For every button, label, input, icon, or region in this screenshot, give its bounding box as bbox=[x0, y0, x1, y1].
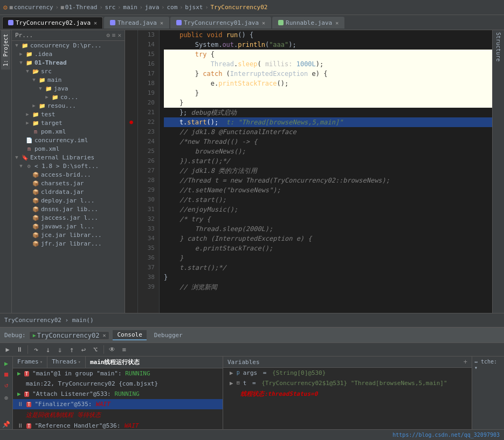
tree-item-external-libs[interactable]: ▼ 🔖 External Libraries bbox=[12, 153, 125, 162]
stop-button[interactable]: ■ bbox=[2, 369, 11, 379]
tab-label: Thread.java bbox=[118, 19, 157, 26]
code-lines[interactable]: public void run() { System.out.println("… bbox=[160, 30, 492, 313]
breadcrumb-item[interactable]: ■ concurrency bbox=[10, 4, 53, 11]
tree-item-dnsns[interactable]: 📦 dnsns.jar lib... bbox=[12, 205, 125, 213]
structure-label[interactable]: Structure bbox=[495, 32, 501, 61]
tab-debugger[interactable]: Debugger bbox=[150, 331, 187, 340]
step-over-button[interactable]: ↷ bbox=[31, 344, 42, 355]
jar-icon: 📦 bbox=[32, 171, 39, 178]
var-p-icon: p bbox=[237, 369, 240, 375]
tab-console[interactable]: Console bbox=[113, 330, 146, 340]
tree-item-jce[interactable]: 📦 jce.jar librar... bbox=[12, 231, 125, 239]
play-button[interactable]: ▶ bbox=[2, 359, 11, 368]
gutter-line-19 bbox=[125, 88, 137, 98]
close-session-icon[interactable]: ✕ bbox=[102, 332, 106, 338]
breadcrumb-com[interactable]: com bbox=[167, 4, 177, 11]
close-icon[interactable]: ✕ bbox=[160, 20, 163, 26]
project-tab[interactable]: 1: Project bbox=[1, 30, 10, 69]
breadcrumb-bjsxt[interactable]: bjsxt bbox=[185, 4, 203, 11]
threads-tab[interactable]: Threads▾ bbox=[47, 357, 86, 368]
expand-icon[interactable]: ▶ bbox=[230, 380, 233, 387]
vars-watches-label[interactable]: ↔ tche: ▾ bbox=[474, 359, 502, 371]
lib-icon: 🔖 bbox=[21, 153, 29, 161]
jar-icon: 📦 bbox=[32, 179, 39, 187]
resume-button[interactable]: ▶ bbox=[2, 344, 13, 355]
tree-item-jdk[interactable]: ▼ ⚙ < 1.8 > D:\soft... bbox=[12, 162, 125, 170]
sidebar-close-icon[interactable]: ✕ bbox=[118, 32, 121, 39]
var-t[interactable]: ▶ ⊞ t = {TryConcurrency02$1@531} "Thread… bbox=[223, 378, 472, 388]
tab-tryconcurrency02[interactable]: TryConcurrency02.java ✕ bbox=[2, 17, 103, 29]
gutter-line-22-bp[interactable]: ● bbox=[125, 117, 137, 127]
var-expand-icon: ⊞ bbox=[237, 380, 240, 386]
step-out-button[interactable]: ↑ bbox=[66, 344, 77, 355]
sidebar-settings-icon[interactable]: ⚙ bbox=[106, 32, 110, 39]
tab-thread[interactable]: Thread.java ✕ bbox=[104, 17, 169, 29]
tree-item-jaccess[interactable]: 📦 jaccess.jar l... bbox=[12, 213, 125, 222]
frame-finalizer[interactable]: ⏸ T "Finalizer"@535: WAIT bbox=[13, 399, 223, 409]
pin-button[interactable]: 📌 bbox=[2, 420, 11, 429]
tree-item-concurrency[interactable]: ▼ 📁 concurrency D:\pr... bbox=[12, 41, 125, 50]
tree-item-target[interactable]: ▶ 📁 target bbox=[12, 118, 125, 127]
tree-item-main[interactable]: ▼ 📁 main bbox=[12, 75, 125, 84]
frame-ref-handler[interactable]: ⏸ T "Reference Handler"@536: WAIT bbox=[13, 421, 223, 429]
debug-session-tab[interactable]: ▶ TryConcurrency02 ✕ bbox=[29, 331, 110, 340]
tree-item-01thread[interactable]: ▼ 📁 01-Thread bbox=[12, 58, 125, 67]
debug-stop-button[interactable]: ⊗ bbox=[2, 393, 11, 403]
tab-tryconcurrency01[interactable]: TryConcurrency01.java ✕ bbox=[170, 17, 271, 29]
tree-item-javaws[interactable]: 📦 javaws.jar l... bbox=[12, 222, 125, 231]
tree-item-concurrency-iml[interactable]: 📄 concurrency.iml bbox=[12, 136, 125, 144]
tree-item-test[interactable]: ▶ 📁 test bbox=[12, 110, 125, 118]
tree-item-resou[interactable]: ▶ 📁 resou... bbox=[12, 101, 125, 110]
tree-item-idea[interactable]: ▶ 📁 .idea bbox=[12, 50, 125, 58]
watch-button[interactable]: 👁 bbox=[107, 344, 118, 355]
close-icon[interactable]: ✕ bbox=[262, 20, 265, 26]
frame-attach-listener[interactable]: ▶ T "Attach Listener"@533: RUNNING bbox=[13, 389, 223, 399]
code-editor[interactable]: ● bbox=[125, 30, 492, 313]
close-icon[interactable]: ✕ bbox=[94, 20, 97, 26]
breadcrumb-concurrency[interactable]: concurrency bbox=[14, 4, 53, 11]
jar-icon: 📦 bbox=[32, 240, 39, 247]
tree-item-charsets[interactable]: 📦 charsets.jar bbox=[12, 179, 125, 187]
var-args[interactable]: ▶ p args = {String[0]@530} bbox=[223, 368, 472, 378]
frame-location-label: main:22, TryConcurrency02 {com.bjsxt} bbox=[26, 380, 158, 387]
src-icon: 📂 bbox=[32, 67, 39, 75]
vars-add-icon[interactable]: + bbox=[464, 358, 467, 366]
breadcrumb-java[interactable]: java bbox=[145, 4, 160, 11]
tree-item-java[interactable]: ▼ 📁 java bbox=[12, 84, 125, 93]
tree-item-co[interactable]: ▶ 📁 co... bbox=[12, 93, 125, 101]
tree-item-cldrdata[interactable]: 📦 cldrdata.jar bbox=[12, 187, 125, 196]
tab-runnable[interactable]: Runnable.java ✕ bbox=[272, 17, 344, 29]
tree-item-deploy[interactable]: 📦 deploy.jar l... bbox=[12, 196, 125, 205]
close-icon[interactable]: ✕ bbox=[335, 20, 339, 26]
java-icon bbox=[8, 20, 13, 25]
breadcrumb-thread[interactable]: ■ 01-Thread bbox=[61, 4, 98, 11]
threads-arrow: ▾ bbox=[78, 359, 81, 365]
breadcrumb-main[interactable]: main bbox=[123, 4, 137, 11]
code-line-32: /* try { bbox=[164, 214, 492, 224]
evaluate-button[interactable]: ⌥ bbox=[90, 344, 101, 355]
tree-item-pom-root[interactable]: m pom.xml bbox=[12, 144, 125, 153]
run-to-cursor-button[interactable]: ↩ bbox=[78, 344, 89, 355]
step-into-button[interactable]: ↓ bbox=[43, 344, 53, 355]
breadcrumb-class[interactable]: TryConcurrency02 bbox=[210, 4, 267, 11]
frames-tab[interactable]: Frames▾ bbox=[13, 357, 47, 368]
java-icon bbox=[176, 20, 182, 25]
frame-main-location[interactable]: main:22, TryConcurrency02 {com.bjsxt} bbox=[13, 379, 223, 389]
tree-item-src[interactable]: ▼ 📂 src bbox=[12, 67, 125, 75]
code-line-30: //t.start(); bbox=[164, 195, 492, 205]
jar-icon: 📦 bbox=[32, 205, 39, 213]
bottom-url[interactable]: https://blog.csdn.net/qq_32097903 bbox=[392, 432, 500, 438]
frames-button[interactable]: ≡ bbox=[119, 344, 129, 355]
code-line-39: // 浏览新闻 bbox=[164, 282, 492, 292]
tree-item-jfr[interactable]: 📦 jfr.jar librar... bbox=[12, 239, 125, 248]
pause-button[interactable]: ⏸ bbox=[14, 344, 25, 355]
tree-item-pom-thread[interactable]: m pom.xml bbox=[12, 127, 125, 136]
breadcrumb-src[interactable]: src bbox=[105, 4, 115, 11]
force-step-into-button[interactable]: ⇓ bbox=[54, 344, 65, 355]
expand-icon[interactable]: ▶ bbox=[230, 369, 233, 376]
rerun-button[interactable]: ↺ bbox=[2, 380, 11, 390]
ln-20: 20 bbox=[142, 98, 155, 108]
tree-item-access-brid[interactable]: 📦 access-brid... bbox=[12, 170, 125, 179]
sidebar-collapse-icon[interactable]: ≡ bbox=[112, 32, 116, 39]
frame-main-thread[interactable]: ▶ T "main"@1 in group "main": RUNNING bbox=[13, 368, 223, 379]
